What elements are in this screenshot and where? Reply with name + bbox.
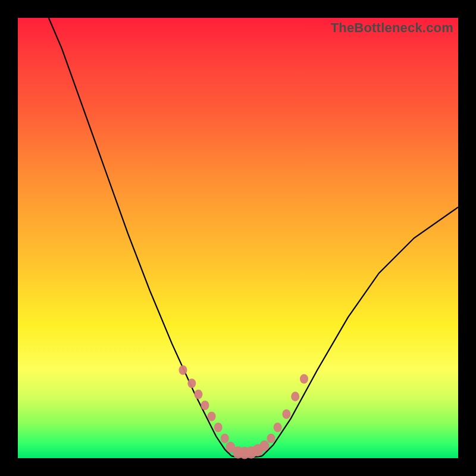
marker-dot — [282, 409, 290, 419]
marker-dot — [201, 400, 209, 410]
marker-dot — [267, 434, 275, 443]
plot-area: TheBottleneck.com — [18, 18, 458, 458]
marker-dot — [259, 440, 269, 451]
chart-overlay — [18, 18, 458, 458]
marker-dot — [179, 365, 187, 375]
marker-dot — [208, 412, 216, 421]
marker-dot — [300, 374, 308, 384]
marker-dot — [214, 422, 223, 432]
marker-dot — [274, 422, 282, 432]
marker-group — [179, 365, 309, 459]
curve-left-branch — [49, 18, 231, 456]
marker-dot — [194, 390, 202, 399]
marker-dot — [187, 378, 196, 388]
chart-canvas: TheBottleneck.com — [0, 0, 476, 476]
curve-right-branch — [262, 207, 458, 456]
marker-dot — [221, 434, 229, 443]
marker-dot — [291, 392, 299, 401]
